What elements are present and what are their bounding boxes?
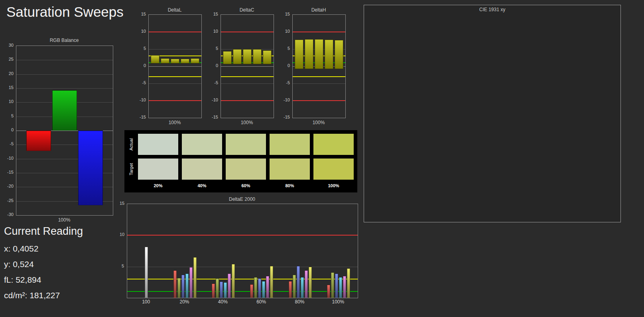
actual-swatch-60%	[226, 134, 266, 155]
deltae-bar	[254, 277, 257, 298]
deltae-bar	[347, 268, 350, 298]
deltae-bar	[250, 284, 253, 298]
rgb-bar-red	[26, 131, 51, 151]
deltae-bar	[177, 278, 181, 298]
actual-swatch-100%	[313, 134, 354, 155]
delta-bar	[171, 59, 179, 63]
deltal-plot	[148, 14, 202, 118]
deltah-plot	[292, 14, 346, 118]
swatch-row-label-actual: Actual	[128, 134, 134, 155]
deltal-y-axis: 151050-5-10-15	[136, 14, 147, 117]
deltah-title: DeltaH	[292, 7, 345, 13]
deltae-bar	[331, 272, 334, 298]
rgb-balance-title: RGB Balance	[16, 38, 112, 43]
target-swatch-60%	[226, 158, 266, 180]
deltal-title: DeltaL	[148, 7, 201, 13]
swatch-col-label: 100%	[313, 183, 354, 189]
deltac-y-axis: 151050-5-10-15	[209, 14, 219, 117]
delta-bar	[263, 50, 272, 64]
deltae-bar	[189, 267, 193, 298]
swatch-col-label: 80%	[270, 183, 310, 189]
deltac-title: DeltaC	[221, 7, 273, 13]
deltac-x-label: 100%	[221, 120, 273, 125]
delta-bar	[305, 39, 313, 69]
current-reading-heading: Current Reading	[4, 225, 83, 238]
target-swatch-100%	[313, 158, 354, 180]
deltae-bar	[339, 277, 342, 298]
delta-bar	[253, 49, 262, 64]
delta-panel-3: DeltaH 151050-5-10-15 100%	[279, 7, 347, 123]
delta-bar	[181, 59, 189, 63]
delta-panel-2: DeltaC 151050-5-10-15 100%	[207, 7, 275, 123]
delta-bar	[243, 49, 252, 64]
deltae-x-ticks: 10020%40%60%80%100%	[127, 299, 357, 305]
deltae-chart: DeltaE 2000 15105 10020%40%60%80%100%	[120, 196, 359, 308]
deltae-bar	[258, 278, 261, 298]
rgb-balance-plot	[16, 46, 113, 216]
cie-diagram	[364, 5, 621, 223]
deltae-bar	[228, 273, 231, 298]
deltae-bar	[232, 264, 235, 298]
delta-bar	[295, 40, 303, 69]
deltah-x-label: 100%	[292, 120, 345, 125]
current-reading-lines: x: 0,4052y: 0,524fL: 52,894cd/m²: 181,22…	[4, 241, 83, 303]
delta-panel-1: DeltaL 151050-5-10-15 100%	[135, 7, 203, 123]
deltae-bar	[224, 282, 227, 298]
deltae-bar	[293, 275, 296, 298]
reading-y: y: 0,524	[4, 256, 83, 272]
swatch-row-label-target: Target	[128, 158, 134, 180]
deltae-bar	[262, 281, 265, 298]
delta-bar	[335, 40, 343, 69]
deltae-bar	[193, 257, 197, 298]
deltae-bar	[212, 283, 215, 298]
deltae-y-axis: 15105	[120, 204, 125, 297]
deltah-y-axis: 151050-5-10-15	[280, 14, 291, 117]
deltae-bar	[220, 281, 223, 298]
rgb-bar-green	[52, 90, 77, 131]
delta-bar	[233, 49, 242, 64]
reading-fl: fL: 52,894	[4, 272, 83, 287]
deltae-bar	[343, 276, 346, 298]
deltae-bar	[185, 273, 189, 298]
actual-swatch-80%	[270, 134, 310, 155]
deltac-plot	[221, 14, 274, 118]
swatch-comparison: ActualTarget20%40%60%80%100%	[124, 130, 357, 192]
deltae-bar	[305, 270, 308, 298]
cie-1931-chart: CIE 1931 xy	[364, 5, 621, 222]
deltae-bar	[181, 275, 185, 298]
deltae-bar	[297, 266, 300, 298]
current-reading: Current Reading x: 0,4052y: 0,524fL: 52,…	[4, 225, 83, 303]
deltae-plot	[127, 204, 358, 298]
deltae-bar	[301, 277, 304, 298]
target-swatch-80%	[270, 158, 310, 180]
deltae-title: DeltaE 2000	[127, 196, 357, 202]
swatch-col-label: 40%	[182, 183, 222, 189]
deltae-bar	[216, 278, 219, 298]
cie-title: CIE 1931 xy	[364, 7, 620, 12]
deltae-bar	[173, 270, 177, 298]
actual-swatch-20%	[138, 134, 178, 155]
swatch-grid: ActualTarget20%40%60%80%100%	[124, 130, 357, 192]
deltae-bar	[335, 273, 338, 298]
delta-bar	[325, 40, 333, 69]
page-title: Saturation Sweeps	[6, 4, 124, 20]
target-swatch-40%	[182, 158, 222, 180]
delta-bar	[151, 55, 160, 64]
deltae-bar	[309, 267, 312, 298]
delta-bar	[315, 39, 323, 69]
deltal-x-label: 100%	[148, 120, 201, 125]
reading-cdm: cd/m²: 181,227	[4, 287, 83, 303]
rgb-balance-x-label: 100%	[16, 217, 112, 223]
actual-swatch-40%	[182, 134, 222, 155]
rgb-bar-blue	[78, 131, 103, 205]
delta-bar	[223, 51, 232, 64]
delta-bar	[161, 58, 169, 63]
reading-x: x: 0,4052	[4, 241, 83, 256]
rgb-balance-chart: RGB Balance 302520151050-5-10-15-20-25-3…	[3, 38, 113, 227]
delta-bar	[191, 58, 199, 63]
deltae-bar	[270, 266, 273, 298]
deltae-bar	[145, 247, 148, 298]
swatch-col-label: 60%	[226, 183, 266, 189]
deltae-bar	[266, 276, 269, 298]
deltae-bar	[289, 281, 292, 298]
